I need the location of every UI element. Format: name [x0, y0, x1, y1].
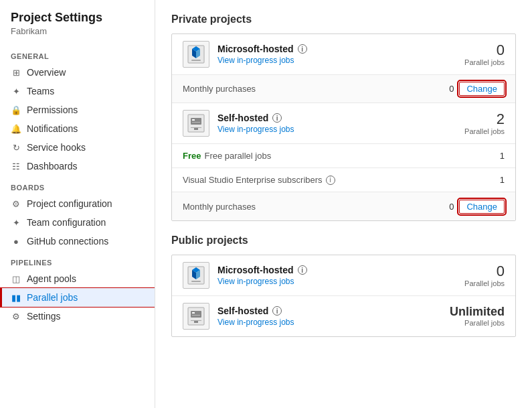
sidebar-item-label: Permissions: [27, 105, 78, 115]
ms-hosted-value: 0 Parallel jobs: [464, 42, 505, 66]
sidebar-item-parallel-jobs[interactable]: ▮▮ Parallel jobs: [0, 288, 155, 307]
vs-info-icon[interactable]: i: [326, 176, 335, 185]
public-projects-card: Microsoft-hosted i View in-progress jobs…: [171, 255, 516, 337]
private-self-monthly-count: 0: [449, 202, 454, 212]
public-self-parallel-label: Parallel jobs: [450, 319, 505, 327]
sidebar-item-github-connections[interactable]: ● GitHub connections: [0, 232, 155, 251]
free-text: Free: [183, 151, 201, 161]
sidebar-item-label: GitHub connections: [27, 236, 108, 247]
sidebar-item-project-configuration[interactable]: ⚙ Project configuration: [0, 194, 155, 213]
self-hosted-info-icon[interactable]: i: [272, 113, 282, 123]
svg-rect-15: [191, 320, 201, 321]
ms-hosted-label: Microsoft-hosted i: [217, 44, 464, 54]
bell-icon: 🔔: [11, 123, 21, 134]
sidebar-item-label: Agent pools: [27, 273, 76, 284]
svg-rect-4: [192, 119, 195, 121]
public-self-view-link[interactable]: View in-progress jobs: [217, 318, 294, 327]
ms-hosted-view-link[interactable]: View in-progress jobs: [217, 56, 294, 65]
svg-rect-1: [191, 60, 201, 61]
agent-icon: ◫: [11, 273, 21, 284]
public-projects-title: Public projects: [171, 234, 516, 247]
ms-hosted-icon: [183, 41, 209, 68]
section-label-pipelines: Pipelines: [0, 251, 155, 269]
sidebar-item-permissions[interactable]: 🔒 Permissions: [0, 100, 155, 119]
sidebar-item-label: Settings: [27, 311, 61, 322]
sidebar-title: Project Settings: [0, 11, 155, 26]
self-hosted-value: 2 Parallel jobs: [464, 111, 505, 135]
private-ms-monthly-label: Monthly purchases: [183, 84, 449, 94]
sidebar-item-service-hooks[interactable]: ↻ Service hooks: [0, 138, 155, 157]
public-self-parallel-unlimited: Unlimited: [450, 305, 505, 319]
sidebar-item-notifications[interactable]: 🔔 Notifications: [0, 119, 155, 138]
public-self-icon: [183, 303, 209, 330]
sidebar-item-label: Project configuration: [27, 198, 112, 209]
svg-rect-7: [191, 127, 201, 128]
public-ms-info-icon[interactable]: i: [298, 265, 307, 275]
ms-hosted-label-group: Microsoft-hosted i View in-progress jobs: [217, 44, 464, 65]
self-hosted-view-link[interactable]: View in-progress jobs: [217, 125, 294, 134]
sidebar-subtitle: Fabrikam: [0, 26, 155, 44]
sidebar-item-label: Dashboards: [27, 161, 78, 172]
sidebar-item-overview[interactable]: ⊞ Overview: [0, 63, 155, 82]
vs-row-label: Visual Studio Enterprise subscribers i: [183, 175, 500, 185]
self-hosted-icon: [183, 110, 209, 137]
settings-icon: ⚙: [11, 198, 21, 209]
self-hosted-parallel-count: 2: [464, 111, 505, 127]
ms-hosted-parallel-label: Parallel jobs: [464, 58, 505, 66]
main-content: Private projects Microsoft-hosted i View…: [155, 0, 532, 408]
public-self-info-icon[interactable]: i: [272, 306, 282, 316]
svg-rect-11: [191, 311, 201, 318]
public-ms-icon: [183, 262, 209, 289]
sidebar-item-agent-pools[interactable]: ◫ Agent pools: [0, 269, 155, 288]
section-label-boards: Boards: [0, 176, 155, 194]
sidebar-item-team-configuration[interactable]: ✦ Team configuration: [0, 213, 155, 232]
public-ms-view-link[interactable]: View in-progress jobs: [217, 277, 294, 286]
free-parallel-row: Free Free parallel jobs 1: [172, 144, 515, 168]
svg-rect-13: [192, 315, 200, 316]
public-self-hosted-row: Self-hosted i View in-progress jobs Unli…: [172, 296, 515, 336]
public-ms-value: 0 Parallel jobs: [464, 263, 505, 287]
public-ms-label-group: Microsoft-hosted i View in-progress jobs: [217, 265, 464, 286]
public-ms-parallel-count: 0: [464, 263, 505, 279]
vs-row-value: 1: [500, 175, 505, 185]
public-ms-label: Microsoft-hosted i: [217, 265, 464, 275]
lock-icon: 🔒: [11, 105, 21, 115]
ms-hosted-info-icon[interactable]: i: [298, 44, 307, 54]
private-self-monthly-label: Monthly purchases: [183, 202, 449, 212]
refresh-icon: ↻: [11, 142, 21, 153]
svg-rect-5: [192, 122, 200, 123]
private-ms-monthly-count: 0: [449, 84, 454, 94]
public-self-label-group: Self-hosted i View in-progress jobs: [217, 305, 450, 327]
private-ms-monthly-right: 0 Change: [449, 82, 505, 96]
public-ms-hosted-row: Microsoft-hosted i View in-progress jobs…: [172, 255, 515, 296]
team-icon: ✦: [11, 86, 21, 96]
svg-rect-9: [191, 281, 201, 282]
svg-rect-3: [191, 118, 201, 125]
private-projects-title: Private projects: [171, 13, 516, 25]
private-ms-hosted-row: Microsoft-hosted i View in-progress jobs…: [172, 34, 515, 75]
grid-icon: ⊞: [11, 67, 21, 78]
sidebar-item-label: Service hooks: [27, 142, 86, 153]
github-icon: ●: [11, 236, 21, 247]
free-row-value: 1: [500, 151, 505, 161]
sidebar-item-teams[interactable]: ✦ Teams: [0, 82, 155, 100]
ms-hosted-parallel-count: 0: [464, 42, 505, 58]
self-hosted-label: Self-hosted i: [217, 113, 464, 123]
private-self-monthly-right: 0 Change: [449, 200, 505, 214]
table-icon: ☷: [11, 161, 21, 172]
sidebar-item-label: Team configuration: [27, 217, 106, 228]
sidebar: Project Settings Fabrikam General ⊞ Over…: [0, 0, 155, 408]
parallel-icon: ▮▮: [11, 292, 21, 303]
sidebar-item-dashboards[interactable]: ☷ Dashboards: [0, 157, 155, 176]
private-projects-card: Microsoft-hosted i View in-progress jobs…: [171, 33, 516, 221]
private-ms-monthly-row: Monthly purchases 0 Change: [172, 75, 515, 103]
sidebar-item-label: Teams: [27, 86, 54, 96]
sidebar-item-label: Overview: [27, 67, 66, 78]
sidebar-item-settings[interactable]: ⚙ Settings: [0, 307, 155, 326]
private-ms-change-button[interactable]: Change: [459, 82, 505, 96]
team-settings-icon: ✦: [11, 217, 21, 228]
svg-rect-12: [192, 312, 195, 314]
private-self-change-button[interactable]: Change: [459, 200, 505, 214]
self-hosted-label-group: Self-hosted i View in-progress jobs: [217, 113, 464, 134]
sidebar-item-label: Parallel jobs: [27, 292, 78, 303]
